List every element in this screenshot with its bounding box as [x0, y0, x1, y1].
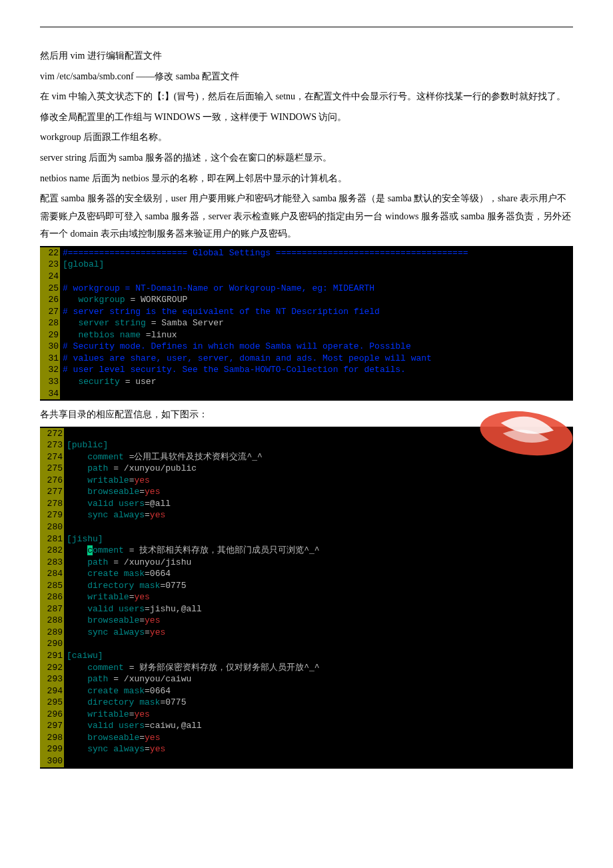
code-line: 293 path = /xunyou/caiwu [40, 673, 573, 685]
code-line: 291[caiwu] [40, 650, 573, 662]
line-number: 289 [40, 627, 64, 639]
paragraph: vim /etc/samba/smb.conf ——修改 samba 配置文件 [40, 68, 573, 86]
code-line: 25# workgroup = NT-Domain-Name or Workgr… [40, 283, 573, 295]
line-number: 27 [40, 306, 60, 318]
line-number: 281 [40, 533, 64, 545]
code-line: 298 browseable=yes [40, 732, 573, 744]
code-line: 277 browseable=yes [40, 486, 573, 498]
line-number: 299 [40, 743, 64, 755]
code-line: 273[public] [40, 439, 573, 451]
code-content: path = /xunyou/jishu [64, 557, 573, 569]
code-line: 288 browseable=yes [40, 615, 573, 627]
line-number: 284 [40, 568, 64, 580]
paragraph: workgroup 后面跟工作组名称。 [40, 129, 573, 147]
code-line: 29 netbios name =linux [40, 329, 573, 341]
code-line: 299 sync always=yes [40, 743, 573, 755]
code-line: 281[jishu] [40, 533, 573, 545]
code-line: 280 [40, 521, 573, 533]
line-number: 24 [40, 271, 60, 283]
code-line: 278 valid users=@all [40, 498, 573, 510]
line-number: 287 [40, 603, 64, 615]
code-line: 30# Security mode. Defines in which mode… [40, 341, 573, 353]
line-number: 285 [40, 580, 64, 592]
code-content [60, 388, 573, 400]
code-content: writable=yes [64, 709, 573, 721]
code-content: browseable=yes [64, 486, 573, 498]
paragraph: 配置 samba 服务器的安全级别，user 用户要用账户和密码才能登入 sam… [40, 190, 573, 243]
code-content: create mask=0664 [64, 685, 573, 697]
code-line: 33 security = user [40, 376, 573, 388]
line-number: 297 [40, 720, 64, 732]
code-line: 295 directory mask=0775 [40, 697, 573, 709]
code-content: [global] [60, 259, 573, 271]
code-content [64, 638, 573, 650]
line-number: 293 [40, 673, 64, 685]
code-line: 279 sync always=yes [40, 509, 573, 521]
code-content: [jishu] [64, 533, 573, 545]
line-number: 29 [40, 329, 60, 341]
code-content: sync always=yes [64, 743, 573, 755]
line-number: 295 [40, 697, 64, 709]
line-number: 22 [40, 247, 60, 259]
line-number: 292 [40, 662, 64, 674]
code-content: browseable=yes [64, 615, 573, 627]
code-line: 287 valid users=jishu,@all [40, 603, 573, 615]
line-number: 294 [40, 685, 64, 697]
code-line: 276 writable=yes [40, 475, 573, 487]
line-number: 280 [40, 521, 64, 533]
code-content: path = /xunyou/public [64, 463, 573, 475]
caption: 各共享目录的相应配置信息，如下图示： [40, 406, 573, 424]
code-content: writable=yes [64, 475, 573, 487]
code-content: valid users=caiwu,@all [64, 720, 573, 732]
code-content: sync always=yes [64, 509, 573, 521]
line-number: 30 [40, 341, 60, 353]
code-content: [public] [64, 439, 573, 451]
code-line: 27# server string is the equivalent of t… [40, 306, 573, 318]
line-number: 274 [40, 451, 64, 463]
code-line: 286 writable=yes [40, 591, 573, 603]
code-line: 31# values are share, user, server, doma… [40, 353, 573, 365]
code-content: # Security mode. Defines in which mode S… [60, 341, 573, 353]
code-line: 297 valid users=caiwu,@all [40, 720, 573, 732]
code-content: # values are share, user, server, domain… [60, 353, 573, 365]
line-number: 25 [40, 283, 60, 295]
code-content: comment = 财务部保密资料存放，仅对财务部人员开放^_^ [64, 662, 573, 674]
line-number: 282 [40, 545, 64, 557]
line-number: 298 [40, 732, 64, 744]
code-content: # workgroup = NT-Domain-Name or Workgrou… [60, 283, 573, 295]
code-content: workgroup = WORKGROUP [60, 294, 573, 306]
code-screenshot-shares: 272 273[public]274 comment =公用工具软件及技术资料交… [40, 427, 573, 769]
code-content: netbios name =linux [60, 329, 573, 341]
line-number: 34 [40, 388, 60, 400]
code-content [64, 521, 573, 533]
line-number: 28 [40, 317, 60, 329]
code-content: create mask=0664 [64, 568, 573, 580]
code-line: 24 [40, 271, 573, 283]
code-content: comment = 技术部相关料存放，其他部门成员只可浏览^_^ [64, 545, 573, 557]
horizontal-rule [40, 27, 573, 27]
code-content: server string = Samba Server [60, 317, 573, 329]
code-line: 296 writable=yes [40, 709, 573, 721]
paragraph: 然后用 vim 进行编辑配置文件 [40, 47, 573, 65]
line-number: 283 [40, 557, 64, 569]
line-number: 291 [40, 650, 64, 662]
line-number: 300 [40, 755, 64, 767]
code-screenshot-global: 22#======================= Global Settin… [40, 246, 573, 401]
code-line: 292 comment = 财务部保密资料存放，仅对财务部人员开放^_^ [40, 662, 573, 674]
paragraph: 修改全局配置里的工作组与 WINDOWS 一致，这样便于 WINDOWS 访问。 [40, 109, 573, 127]
code-content: valid users=jishu,@all [64, 603, 573, 615]
line-number: 290 [40, 638, 64, 650]
line-number: 31 [40, 353, 60, 365]
code-line: 290 [40, 638, 573, 650]
code-content: directory mask=0775 [64, 697, 573, 709]
line-number: 26 [40, 294, 60, 306]
line-number: 277 [40, 486, 64, 498]
paragraph: 在 vim 中输入英文状态下的【:】(冒号)，然后在后面输入 setnu，在配置… [40, 88, 573, 106]
code-content: browseable=yes [64, 732, 573, 744]
code-line: 274 comment =公用工具软件及技术资料交流^_^ [40, 451, 573, 463]
line-number: 278 [40, 498, 64, 510]
code-content: [caiwu] [64, 650, 573, 662]
code-line: 34 [40, 388, 573, 400]
code-content: path = /xunyou/caiwu [64, 673, 573, 685]
line-number: 23 [40, 259, 60, 271]
